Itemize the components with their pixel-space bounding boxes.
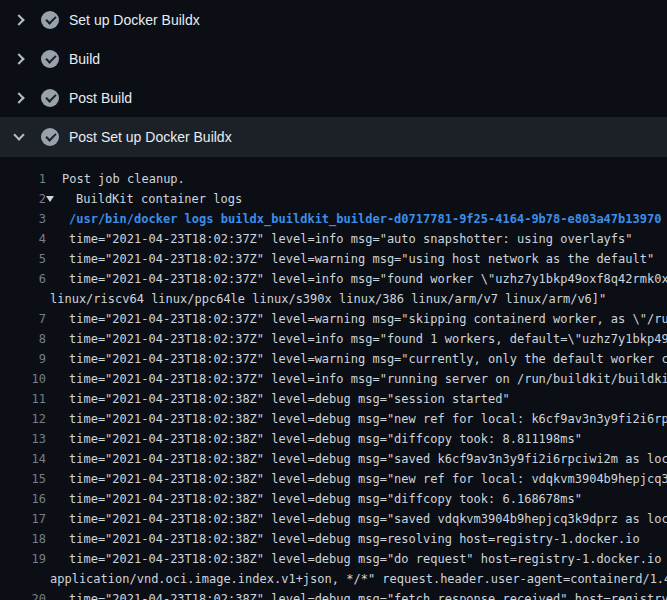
log-line-text: time="2021-04-23T18:02:38Z" level=debug …	[69, 589, 667, 600]
log-line-number[interactable]: 5	[0, 249, 46, 269]
log-line: linux/riscv64 linux/ppc64le linux/s390x …	[0, 289, 667, 309]
log-line-number[interactable]: 1	[0, 169, 46, 189]
log-line-number[interactable]: 6	[0, 269, 46, 289]
log-line-text: time="2021-04-23T18:02:37Z" level=info m…	[69, 329, 667, 349]
success-check-icon	[41, 11, 59, 29]
step-label: Build	[69, 51, 100, 67]
chevron-icon	[13, 53, 24, 64]
log-line: 7 time="2021-04-23T18:02:37Z" level=warn…	[0, 309, 667, 329]
log-line-text: time="2021-04-23T18:02:37Z" level=warnin…	[69, 349, 667, 369]
log-line-number[interactable]: 18	[0, 529, 46, 549]
success-check-icon	[41, 89, 59, 107]
log-line-text: time="2021-04-23T18:02:38Z" level=debug …	[69, 409, 667, 429]
success-check-icon	[41, 50, 59, 68]
log-line-text: time="2021-04-23T18:02:38Z" level=debug …	[69, 529, 640, 549]
chevron-icon	[13, 14, 24, 25]
log-line: 5 time="2021-04-23T18:02:37Z" level=warn…	[0, 249, 667, 269]
log-line: 9 time="2021-04-23T18:02:37Z" level=warn…	[0, 349, 667, 369]
steps-list: Set up Docker Buildx Build Post Build Po…	[0, 0, 667, 157]
log-line: 2 BuildKit container logs	[0, 189, 667, 209]
log-line: 15 time="2021-04-23T18:02:38Z" level=deb…	[0, 469, 667, 489]
log-line-text: time="2021-04-23T18:02:38Z" level=debug …	[69, 429, 582, 449]
log-line: 4 time="2021-04-23T18:02:37Z" level=info…	[0, 229, 667, 249]
step-row-post-set-up-docker-buildx[interactable]: Post Set up Docker Buildx	[0, 117, 667, 157]
group-expander-icon[interactable]	[46, 196, 54, 202]
log-line-number[interactable]: 19	[0, 549, 46, 569]
log-line-text: time="2021-04-23T18:02:38Z" level=debug …	[69, 389, 510, 409]
log-line-text: BuildKit container logs	[76, 189, 242, 209]
log-line-number[interactable]: 11	[0, 389, 46, 409]
log-line-text: linux/riscv64 linux/ppc64le linux/s390x …	[50, 289, 606, 309]
log-line-text: time="2021-04-23T18:02:38Z" level=debug …	[69, 469, 667, 489]
log-line: 17 time="2021-04-23T18:02:38Z" level=deb…	[0, 509, 667, 529]
log-line-number[interactable]: 17	[0, 509, 46, 529]
log-line-number[interactable]: 20	[0, 589, 46, 600]
log-line-number[interactable]: 13	[0, 429, 46, 449]
log-line-text: time="2021-04-23T18:02:37Z" level=info m…	[69, 229, 633, 249]
log-line-text: time="2021-04-23T18:02:37Z" level=warnin…	[69, 249, 654, 269]
log-line: 6 time="2021-04-23T18:02:37Z" level=info…	[0, 269, 667, 289]
log-line: 12 time="2021-04-23T18:02:38Z" level=deb…	[0, 409, 667, 429]
log-line: 10 time="2021-04-23T18:02:37Z" level=inf…	[0, 369, 667, 389]
log-line: 18 time="2021-04-23T18:02:38Z" level=deb…	[0, 529, 667, 549]
log-line-number[interactable]: 3	[0, 209, 46, 229]
step-label: Set up Docker Buildx	[69, 12, 200, 28]
step-label: Post Build	[69, 90, 132, 106]
log-line-text: time="2021-04-23T18:02:38Z" level=debug …	[69, 489, 582, 509]
log-line-text: time="2021-04-23T18:02:38Z" level=debug …	[69, 449, 667, 469]
log-line-text: time="2021-04-23T18:02:37Z" level=info m…	[69, 369, 667, 389]
log-line-number[interactable]: 16	[0, 489, 46, 509]
log-line-text: time="2021-04-23T18:02:38Z" level=debug …	[69, 509, 667, 529]
chevron-icon	[13, 129, 24, 140]
log-line-text: time="2021-04-23T18:02:38Z" level=debug …	[69, 549, 667, 569]
log-line: 3 /usr/bin/docker logs buildx_buildkit_b…	[0, 209, 667, 229]
log-line-number[interactable]: 10	[0, 369, 46, 389]
log-line-number[interactable]: 4	[0, 229, 46, 249]
log-line-number[interactable]: 7	[0, 309, 46, 329]
log-line: 14 time="2021-04-23T18:02:38Z" level=deb…	[0, 449, 667, 469]
log-line-number[interactable]: 14	[0, 449, 46, 469]
step-row-build[interactable]: Build	[0, 39, 667, 78]
log-line-text: time="2021-04-23T18:02:37Z" level=info m…	[69, 269, 667, 289]
log-line: 20 time="2021-04-23T18:02:38Z" level=deb…	[0, 589, 667, 600]
log-line: 16 time="2021-04-23T18:02:38Z" level=deb…	[0, 489, 667, 509]
step-row-post-build[interactable]: Post Build	[0, 78, 667, 117]
log-line-text: time="2021-04-23T18:02:37Z" level=warnin…	[69, 309, 667, 329]
log-line: application/vnd.oci.image.index.v1+json,…	[0, 569, 667, 589]
log-line-number[interactable]: 2	[0, 189, 46, 209]
log-line: 11 time="2021-04-23T18:02:38Z" level=deb…	[0, 389, 667, 409]
log-line-text: application/vnd.oci.image.index.v1+json,…	[50, 569, 667, 589]
log-line-text: Post job cleanup.	[62, 169, 185, 189]
step-label: Post Set up Docker Buildx	[69, 129, 232, 145]
log-line-number[interactable]: 8	[0, 329, 46, 349]
log-line: 1 Post job cleanup.	[0, 169, 667, 189]
log-viewer: 1 Post job cleanup. 2 BuildKit container…	[0, 157, 667, 600]
log-line-number[interactable]: 12	[0, 409, 46, 429]
log-line-text: /usr/bin/docker logs buildx_buildkit_bui…	[69, 209, 661, 229]
log-line-number[interactable]: 9	[0, 349, 46, 369]
log-line: 8 time="2021-04-23T18:02:37Z" level=info…	[0, 329, 667, 349]
log-line: 13 time="2021-04-23T18:02:38Z" level=deb…	[0, 429, 667, 449]
success-check-icon	[41, 128, 59, 146]
step-row-set-up-docker-buildx[interactable]: Set up Docker Buildx	[0, 0, 667, 39]
chevron-icon	[13, 92, 24, 103]
log-line-number[interactable]: 15	[0, 469, 46, 489]
log-line: 19 time="2021-04-23T18:02:38Z" level=deb…	[0, 549, 667, 569]
